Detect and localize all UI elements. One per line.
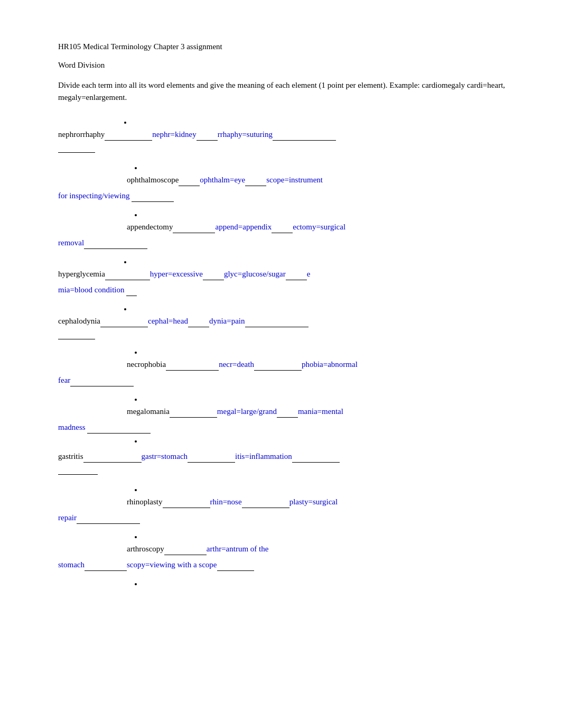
blank-8 [173, 226, 215, 233]
blank-19 [166, 363, 219, 371]
blank-31 [77, 517, 140, 524]
term-appendectomy: appendectomyappend=appendixectomy=surgic… [58, 220, 508, 233]
blank-16 [188, 320, 209, 327]
blank-nephr [105, 133, 152, 141]
term-rhinoplasty: rhinoplastyrhin=noseplasty=surgical [58, 495, 508, 508]
blank-27 [292, 455, 340, 463]
term-cephalodynia: cephalodyniacephal=headdynia=pain [58, 315, 508, 327]
blank-24 [87, 426, 151, 434]
blank-7 [132, 195, 174, 202]
term-block-10: arthroscopyarthr=antrum of the stomachsc… [58, 532, 508, 571]
bullet-2 [127, 163, 508, 172]
term-block-6: necrophobianecr=deathphobia=abnormal fea… [58, 348, 508, 386]
word-division-heading: Word Division [58, 61, 508, 70]
bullet-1 [116, 118, 508, 127]
blank-15 [100, 320, 148, 327]
blank-2 [197, 133, 218, 141]
blank-17 [245, 320, 308, 327]
bullet-6 [127, 348, 508, 357]
blank-28 [58, 467, 98, 475]
blank-line-8 [58, 466, 508, 475]
blank-line-5 [58, 330, 508, 339]
blank-32 [164, 548, 207, 555]
term-block-5: cephalodyniacephal=headdynia=pain [58, 305, 508, 339]
term-ophthalmoscope-2: for inspecting/viewing [58, 189, 508, 202]
blank-14 [126, 289, 137, 296]
blank-6 [245, 179, 266, 186]
blank-13 [286, 273, 307, 280]
term-necrophobia: necrophobianecr=deathphobia=abnormal [58, 358, 508, 371]
blank-20 [254, 363, 302, 371]
blank-30 [242, 501, 289, 508]
blank-12 [203, 273, 224, 280]
term-megalomania: megalomaniamegal=large/grandmania=mental [58, 405, 508, 418]
term-block-8: gastritisgastr=stomachitis=inflammation [58, 450, 508, 475]
term-necrophobia-2: fear [58, 374, 508, 386]
term-rhinoplasty-2: repair [58, 511, 508, 524]
term-megalomania-2: madness [58, 421, 508, 434]
term-gastritis: gastritisgastr=stomachitis=inflammation [58, 450, 508, 463]
blank-26 [188, 455, 235, 463]
blank-23 [277, 410, 298, 418]
term-appendectomy-2: removal [58, 236, 508, 249]
blank-line-1 [58, 144, 508, 153]
term-block-9: rhinoplastyrhin=noseplasty=surgical repa… [58, 485, 508, 524]
bullet-7 [127, 395, 508, 404]
bullet-9 [127, 485, 508, 494]
blank-22 [170, 410, 217, 418]
blank-3 [273, 133, 336, 141]
term-hyperglycemia-2: mia=blood condition [58, 283, 508, 296]
final-bullet [127, 579, 508, 588]
blank-33 [85, 564, 127, 571]
bullet-5 [116, 305, 508, 314]
term-arthroscopy: arthroscopyarthr=antrum of the [58, 542, 508, 555]
bullet-8 [127, 437, 508, 446]
blank-21 [70, 379, 134, 386]
blank-34 [217, 564, 254, 571]
blank-4 [58, 145, 95, 153]
term-arthroscopy-2: stomachscopy=viewing with a scope [58, 558, 508, 571]
term-block-2: ophthalmoscopeophthalm=eyescope=instrume… [58, 163, 508, 202]
term-block-3: appendectomyappend=appendixectomy=surgic… [58, 210, 508, 249]
term-nephrorrhaphy: nephrorrhaphynephr=kidneyrrhaphy=suturin… [58, 128, 508, 141]
term-block-7: megalomaniamegal=large/grandmania=mental… [58, 395, 508, 446]
blank-10 [84, 242, 147, 249]
blank-29 [163, 501, 210, 508]
term-block-4: hyperglycemiahyper=excessiveglyc=glucose… [58, 257, 508, 296]
page-container: HR105 Medical Terminology Chapter 3 assi… [58, 42, 508, 588]
bullet-4 [116, 257, 508, 266]
blank-5 [179, 179, 200, 186]
blank-9 [272, 226, 293, 233]
term-block-1: nephrorrhaphynephr=kidneyrrhaphy=suturin… [58, 118, 508, 153]
bullet-10 [127, 532, 508, 541]
blank-25 [83, 455, 142, 463]
blank-11 [105, 273, 150, 280]
blank-18 [58, 332, 95, 339]
bullet-3 [127, 210, 508, 219]
term-hyperglycemia: hyperglycemiahyper=excessiveglyc=glucose… [58, 268, 508, 280]
term-ophthalmoscope: ophthalmoscopeophthalm=eyescope=instrume… [58, 173, 508, 186]
page-title: HR105 Medical Terminology Chapter 3 assi… [58, 42, 508, 51]
instructions: Divide each term into all its word eleme… [58, 79, 508, 103]
